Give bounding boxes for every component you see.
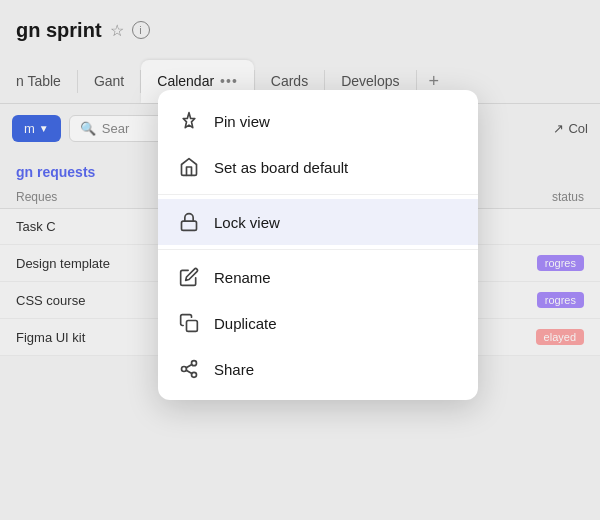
home-icon — [178, 156, 200, 178]
menu-item-pin[interactable]: Pin view — [158, 98, 478, 144]
menu-item-lock-label: Lock view — [214, 214, 280, 231]
menu-item-duplicate[interactable]: Duplicate — [158, 300, 478, 346]
menu-divider-2 — [158, 249, 478, 250]
lock-icon — [178, 211, 200, 233]
menu-item-share-label: Share — [214, 361, 254, 378]
menu-item-rename-label: Rename — [214, 269, 271, 286]
menu-item-rename[interactable]: Rename — [158, 254, 478, 300]
menu-item-lock[interactable]: Lock view — [158, 199, 478, 245]
menu-item-board-default-label: Set as board default — [214, 159, 348, 176]
menu-divider-1 — [158, 194, 478, 195]
pin-icon — [178, 110, 200, 132]
menu-item-pin-label: Pin view — [214, 113, 270, 130]
svg-line-6 — [186, 364, 192, 367]
svg-rect-0 — [182, 221, 197, 230]
pencil-icon — [178, 266, 200, 288]
menu-item-share[interactable]: Share — [158, 346, 478, 392]
svg-rect-1 — [187, 321, 198, 332]
share-icon — [178, 358, 200, 380]
menu-item-board-default[interactable]: Set as board default — [158, 144, 478, 190]
menu-item-duplicate-label: Duplicate — [214, 315, 277, 332]
copy-icon — [178, 312, 200, 334]
svg-line-5 — [186, 370, 192, 373]
dropdown-menu: Pin view Set as board default Lock view — [158, 90, 478, 400]
